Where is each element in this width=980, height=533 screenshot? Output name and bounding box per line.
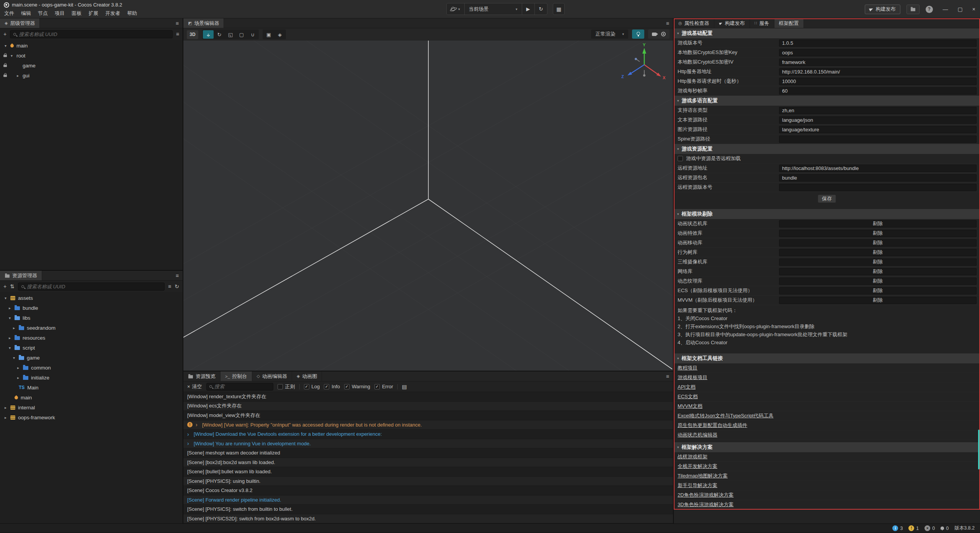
filter-log[interactable]: ✓ Log [304,384,320,389]
expand-arrow-icon[interactable]: › [196,422,202,428]
gear-icon[interactable] [661,32,666,36]
tree-arrow-icon[interactable]: ▸ [17,376,23,380]
menu-item[interactable]: 开发者 [102,10,124,17]
console-log-row[interactable]: [Scene] [PHYSICS]: using builtin. [183,477,673,486]
expand-arrow-icon[interactable]: › [187,431,194,437]
reload-button[interactable]: ↻ [535,3,547,15]
tree-row[interactable]: ▸ seedrandom [0,323,183,333]
tab-console[interactable]: >_ 控制台 [220,371,252,381]
section-solutions[interactable]: ▾ 框架解决方案 [674,442,980,452]
console-log-row[interactable]: › [Window] You are running Vue in develo… [183,439,673,449]
strip-module-button[interactable]: 剔除 [779,249,977,256]
solution-link[interactable]: 全栈开发解决方案 [678,463,717,470]
tree-arrow-icon[interactable]: ▸ [17,366,23,370]
console-log-row[interactable]: › [Window] Download the Vue Devtools ext… [183,430,673,439]
tree-arrow-icon[interactable]: ▾ [5,296,10,300]
open-project-folder-button[interactable] [906,5,920,14]
strip-module-button[interactable]: 剔除 [779,268,977,275]
console-log-row[interactable]: [Scene] [bullet]:bullet wasm lib loaded. [183,467,673,477]
error-checkbox[interactable]: ✓ [374,384,380,389]
tab-hierarchy[interactable]: ◈ 层级管理器 [0,18,40,28]
menu-item[interactable]: 帮助 [124,10,140,17]
panel-menu-icon[interactable]: ≡ [666,373,669,379]
tree-row[interactable]: ▸ oops-framework [0,412,183,422]
regex-filter[interactable]: 正则 [278,383,295,390]
tree-row[interactable]: ▾ assets [0,293,183,303]
tree-row[interactable]: ▸ resources [0,333,183,343]
tree-row[interactable]: game [0,60,183,70]
strip-module-button[interactable]: 剔除 [779,230,977,237]
section-doc-links[interactable]: ▾ 框架文档工具链接 [674,353,980,363]
filter-error[interactable]: ✓ Error [374,384,393,389]
scene-viewport[interactable]: Y X Z [183,41,673,371]
tree-arrow-icon[interactable]: ▸ [5,415,10,420]
menu-item[interactable]: 编辑 [18,10,34,17]
console-search-input[interactable] [214,384,270,389]
doc-link[interactable]: ECS文档 [678,393,698,400]
field-input[interactable] [779,184,977,191]
console-log-row[interactable]: [Scene] Forward render pipeline initiali… [183,495,673,505]
solution-link[interactable]: 战棋游戏框架 [678,453,707,460]
field-input[interactable] [779,59,977,66]
tree-arrow-icon[interactable]: ▸ [9,336,15,340]
create-node-button[interactable]: + [3,31,7,37]
field-input[interactable] [779,39,977,47]
field-input[interactable] [779,87,977,95]
strip-module-button[interactable]: 剔除 [779,239,977,247]
menu-item[interactable]: 节点 [34,10,51,17]
tree-row[interactable]: ▸ initialize [0,373,183,383]
regex-checkbox[interactable] [278,384,283,389]
scale-tool-button[interactable]: ◱ [225,30,236,39]
preview-platform-button[interactable]: ▾ [447,3,465,15]
tree-row[interactable]: TS Main [0,383,183,392]
camera-icon[interactable] [652,33,657,36]
strip-module-button[interactable]: 剔除 [779,287,977,294]
doc-link[interactable]: API文档 [678,384,696,391]
filter-icon[interactable]: ≡ [168,283,171,289]
tab-build-publish[interactable]: 构建发布 [714,18,750,28]
section-basic-config[interactable]: ▾ 游戏基础配置 [674,28,980,38]
tree-row[interactable]: ▾ libs [0,313,183,323]
solution-link[interactable]: 2D角色扮演游戏解决方案 [678,492,734,499]
remote-load-checkbox[interactable] [678,156,683,161]
tab-asset-preview[interactable]: 资源预览 [183,371,220,381]
section-module-strip[interactable]: ▾ 框架模块剔除 [674,209,980,219]
menu-item[interactable]: 项目 [51,10,68,17]
warning-checkbox[interactable]: ✓ [344,384,350,389]
clear-console-button[interactable]: × 清空 [187,383,202,390]
tab-animation-graph[interactable]: ◈ 动画图 [292,371,322,381]
panel-menu-icon[interactable]: ≡ [176,20,179,26]
coordinate-toggle-button[interactable]: ◈ [274,30,285,39]
section-i18n-config[interactable]: ▾ 游戏多语言配置 [674,96,980,106]
solution-link[interactable]: 新手引导解决方案 [678,482,717,489]
tree-arrow-icon[interactable]: ▸ [17,74,23,78]
field-input[interactable] [779,126,977,133]
help-button[interactable]: ? [926,6,933,13]
field-input[interactable] [779,78,977,85]
strip-module-button[interactable]: 剔除 [779,278,977,285]
tree-arrow-icon[interactable]: ▸ [5,405,10,410]
menu-item[interactable]: 面板 [68,10,85,17]
solution-link[interactable]: 3D角色扮演游戏解决方案 [678,501,734,508]
tree-arrow-icon[interactable]: ▾ [13,356,19,360]
field-input[interactable] [779,136,977,143]
tab-framework-config[interactable]: 框架配置 [774,18,804,28]
tree-arrow-icon[interactable]: ▾ [9,346,15,350]
section-resource-config[interactable]: ▾ 游戏资源配置 [674,144,980,154]
error-counter[interactable]: × 0 [924,525,935,531]
tree-row[interactable]: ▸ common [0,363,183,373]
doc-link[interactable]: MVVM文档 [678,403,702,410]
create-asset-button[interactable]: + [3,283,7,289]
strip-module-button[interactable]: 剔除 [779,297,977,304]
expand-arrow-icon[interactable]: › [187,440,194,446]
console-log-row[interactable]: ! › [Window] [Vue warn]: Property "onInp… [183,420,673,430]
tree-row[interactable]: ▾ root [0,51,183,60]
filter-icon[interactable]: ≡ [176,31,179,37]
tab-scene-editor[interactable]: ◩ 场景编辑器 [183,18,224,28]
log-checkbox[interactable]: ✓ [304,384,309,389]
field-input[interactable] [779,116,977,124]
strip-module-button[interactable]: 剔除 [779,220,977,227]
move-tool-button[interactable]: ↔ ↕ [203,30,214,39]
console-log-row[interactable]: [Window] ecs文件夹存在 [183,402,673,411]
field-input[interactable] [779,68,977,75]
